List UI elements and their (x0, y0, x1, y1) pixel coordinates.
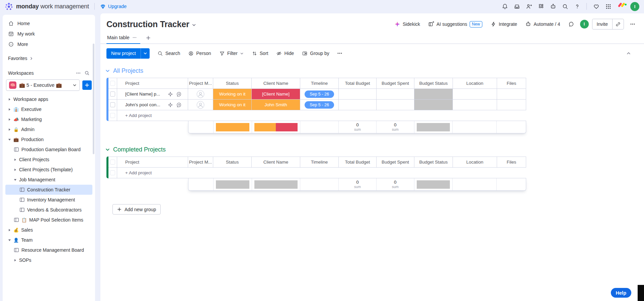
whats-new-icon[interactable] (591, 1, 601, 12)
budget-spent-cell[interactable] (377, 100, 414, 110)
integrate-button[interactable]: Integrate (488, 20, 519, 28)
add-project-button[interactable]: + Add project (117, 110, 526, 121)
timeline-pill[interactable]: Sep 5 - 26 (305, 101, 334, 109)
column-header-total[interactable]: Total Budget (339, 157, 377, 167)
board-menu-button[interactable] (627, 19, 638, 29)
ai-suggestions-button[interactable]: AI suggestions New (426, 20, 485, 29)
budget-spent-cell[interactable] (377, 89, 414, 99)
sidekick-button[interactable]: Sidekick (392, 20, 422, 28)
column-header-status[interactable]: Status (213, 78, 252, 88)
sidebar-item-production[interactable]: 💼Production (5, 134, 92, 144)
group-header[interactable]: Completed Projects (105, 146, 644, 153)
column-header-total[interactable]: Total Budget (339, 78, 377, 88)
invite-members-icon[interactable] (524, 1, 534, 12)
project-cell[interactable]: [Client Name] p... (117, 89, 188, 99)
caret-right-icon[interactable] (8, 108, 11, 111)
column-header-location[interactable]: Location (453, 78, 497, 88)
sidebar-item-admin[interactable]: 🔒Admin (5, 124, 92, 134)
add-new-group-button[interactable]: Add new group (112, 204, 161, 215)
column-header-client[interactable]: Client Name (252, 157, 300, 167)
sidebar-item-map-pool-selection-items[interactable]: 📋MAP Pool Selection Items (5, 215, 92, 225)
board-chat-icon[interactable] (566, 19, 577, 29)
budget-status-cell[interactable] (414, 89, 453, 99)
column-header-bstatus[interactable]: Budget Status (414, 78, 453, 88)
files-cell[interactable] (497, 100, 526, 110)
board-title[interactable]: Construction Tracker (106, 19, 196, 29)
workspace-selector[interactable]: 🧠 💼 5 - Executive 💼 (6, 79, 80, 91)
automate-button[interactable]: Automate / 4 (523, 20, 562, 28)
search-icon[interactable] (560, 1, 570, 12)
sidebar-item-sops[interactable]: SOPs (5, 255, 92, 265)
board-member-avatar[interactable]: I (580, 20, 589, 28)
summary-client-name-bar[interactable] (254, 180, 298, 189)
upgrade-button[interactable]: Upgrade (100, 4, 127, 9)
row-checkbox[interactable] (110, 92, 115, 97)
caret-down-icon[interactable] (8, 239, 11, 242)
column-header-project[interactable]: Project (117, 78, 188, 88)
project-cell[interactable]: John's pool con... (117, 100, 188, 110)
caret-down-icon[interactable] (14, 178, 17, 181)
sidebar-item-workspace-apps[interactable]: Workspace apps (5, 94, 92, 104)
sidebar-item-inventory-management[interactable]: Inventory Management (5, 195, 92, 205)
collapse-group-icon[interactable] (105, 68, 110, 73)
status-cell[interactable]: Working on it (213, 89, 252, 99)
group-by-button[interactable]: Group by (299, 49, 332, 58)
location-cell[interactable] (453, 89, 497, 99)
monday-brand[interactable]: monday work management (5, 2, 89, 11)
workspaces-search-icon[interactable] (84, 70, 90, 76)
monday-mark-icon[interactable] (617, 3, 627, 10)
notifications-icon[interactable] (499, 1, 510, 12)
caret-right-icon[interactable] (8, 118, 11, 121)
column-header-timeline[interactable]: Timeline (300, 157, 339, 167)
caret-right-icon[interactable] (14, 158, 17, 161)
apps-marketplace-icon[interactable] (536, 1, 546, 12)
person-filter-button[interactable]: Person (185, 49, 214, 58)
client-name-cell[interactable]: John Smith (252, 100, 300, 110)
timeline-cell[interactable]: Sep 5 - 26 (300, 100, 339, 110)
open-item-icon[interactable] (167, 91, 173, 97)
sidebar-item-team[interactable]: 👤Team (5, 235, 92, 245)
sidebar-item-sales[interactable]: 💰Sales (5, 225, 92, 235)
column-header-pm[interactable]: Project M... (188, 157, 213, 167)
caret-right-icon[interactable] (14, 259, 17, 262)
tab-menu-icon[interactable] (132, 35, 137, 40)
inbox-icon[interactable] (511, 1, 522, 12)
timeline-cell[interactable]: Sep 5 - 26 (300, 89, 339, 99)
summary-budget-status-bar[interactable] (417, 180, 450, 189)
column-header-pm[interactable]: Project M... (188, 78, 213, 88)
total-budget-cell[interactable] (339, 89, 377, 99)
column-header-files[interactable]: Files (497, 78, 526, 88)
caret-down-icon[interactable] (8, 138, 11, 141)
sidebar-item-production-gameplan-board[interactable]: Production Gameplan Board (5, 144, 92, 155)
chevron-down-icon[interactable] (240, 52, 244, 55)
add-project-row[interactable]: + Add project (108, 110, 526, 121)
summary-budget-status-bar[interactable] (417, 123, 450, 131)
help-button[interactable]: Help (611, 288, 631, 298)
assistant-icon[interactable] (548, 1, 558, 12)
add-conversation-icon[interactable] (176, 91, 182, 97)
new-project-button[interactable]: New project (106, 48, 150, 59)
files-cell[interactable] (497, 89, 526, 99)
summary-status-bar[interactable] (216, 180, 249, 189)
budget-status-cell[interactable] (414, 100, 453, 110)
toolbar-more-button[interactable] (334, 48, 345, 59)
add-workspace-button[interactable] (82, 80, 92, 90)
column-header-location[interactable]: Location (453, 157, 497, 167)
collapse-header-button[interactable] (624, 49, 633, 58)
new-project-label[interactable]: New project (106, 48, 141, 59)
add-project-button[interactable]: + Add project (117, 168, 526, 178)
sidebar-item-client-projects-template[interactable]: Client Projects (Template) (5, 165, 92, 175)
sidebar-item-client-projects[interactable]: Client Projects (5, 155, 92, 165)
column-header-client[interactable]: Client Name (252, 78, 300, 88)
column-header-spent[interactable]: Budget Spent (377, 78, 414, 88)
client-name-cell[interactable]: [Client Name] (252, 89, 300, 99)
column-header-project[interactable]: Project (117, 157, 188, 167)
summary-status-bar[interactable] (216, 123, 249, 131)
caret-right-icon[interactable] (8, 98, 11, 101)
column-header-status[interactable]: Status (213, 157, 252, 167)
sidebar-item-home[interactable]: Home (5, 18, 92, 28)
hide-button[interactable]: Hide (273, 49, 297, 58)
tab-main-table[interactable]: Main table (106, 33, 140, 44)
add-conversation-icon[interactable] (176, 102, 182, 108)
summary-client-name-bar[interactable] (254, 123, 298, 131)
